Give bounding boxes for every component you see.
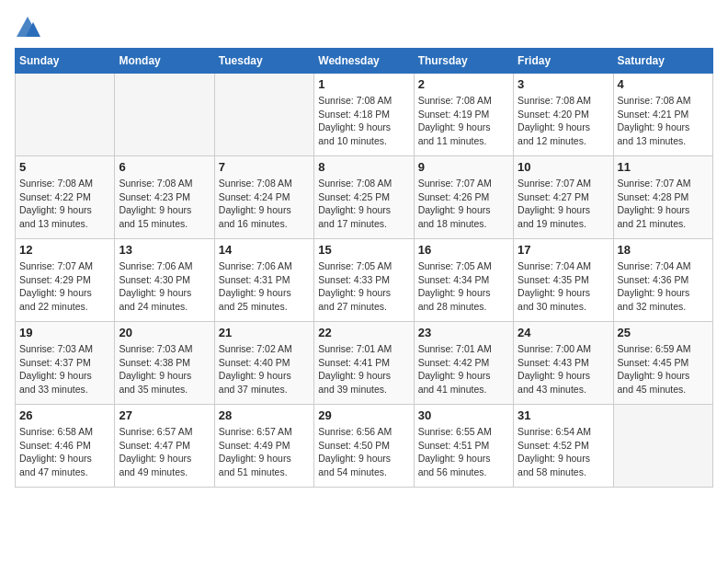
day-number: 13 [119,243,210,257]
calendar-cell: 8Sunrise: 7:08 AM Sunset: 4:25 PM Daylig… [314,156,414,239]
calendar-cell: 7Sunrise: 7:08 AM Sunset: 4:24 PM Daylig… [214,156,313,239]
day-info: Sunrise: 7:05 AM Sunset: 4:34 PM Dayligh… [418,259,509,314]
day-number: 9 [418,160,509,174]
calendar-cell: 5Sunrise: 7:08 AM Sunset: 4:22 PM Daylig… [16,156,115,239]
calendar-cell: 27Sunrise: 6:57 AM Sunset: 4:47 PM Dayli… [115,405,214,488]
day-info: Sunrise: 6:59 AM Sunset: 4:45 PM Dayligh… [618,342,709,396]
day-number: 26 [19,408,110,422]
day-info: Sunrise: 6:57 AM Sunset: 4:47 PM Dayligh… [119,425,210,479]
day-info: Sunrise: 7:08 AM Sunset: 4:25 PM Dayligh… [318,177,409,231]
day-number: 11 [618,160,709,174]
day-number: 16 [418,243,509,257]
day-number: 7 [219,160,310,174]
week-row-4: 19Sunrise: 7:03 AM Sunset: 4:37 PM Dayli… [16,322,713,405]
calendar-cell: 13Sunrise: 7:06 AM Sunset: 4:30 PM Dayli… [115,239,214,322]
calendar-cell: 3Sunrise: 7:08 AM Sunset: 4:20 PM Daylig… [514,74,613,156]
day-info: Sunrise: 7:08 AM Sunset: 4:18 PM Dayligh… [318,94,409,148]
day-info: Sunrise: 6:58 AM Sunset: 4:46 PM Dayligh… [19,425,110,479]
calendar-cell [16,74,115,156]
day-info: Sunrise: 7:06 AM Sunset: 4:30 PM Dayligh… [119,259,210,314]
day-number: 30 [418,408,509,422]
day-number: 8 [318,160,409,174]
calendar-cell [214,74,313,156]
calendar-cell: 28Sunrise: 6:57 AM Sunset: 4:49 PM Dayli… [214,405,313,488]
day-number: 18 [618,243,709,257]
calendar-cell: 2Sunrise: 7:08 AM Sunset: 4:19 PM Daylig… [414,74,513,156]
day-number: 15 [318,243,409,257]
day-number: 14 [219,243,310,257]
header [15,15,713,40]
day-header-thursday: Thursday [414,49,513,74]
day-number: 1 [318,77,409,91]
calendar-cell: 15Sunrise: 7:05 AM Sunset: 4:33 PM Dayli… [314,239,414,322]
week-row-2: 5Sunrise: 7:08 AM Sunset: 4:22 PM Daylig… [16,156,713,239]
day-number: 20 [119,326,210,339]
calendar-cell: 29Sunrise: 6:56 AM Sunset: 4:50 PM Dayli… [314,405,414,488]
day-info: Sunrise: 7:07 AM Sunset: 4:27 PM Dayligh… [518,177,609,231]
day-number: 5 [19,160,110,174]
calendar-cell: 21Sunrise: 7:02 AM Sunset: 4:40 PM Dayli… [214,322,313,405]
day-info: Sunrise: 7:07 AM Sunset: 4:26 PM Dayligh… [418,177,509,231]
calendar-cell: 30Sunrise: 6:55 AM Sunset: 4:51 PM Dayli… [414,405,513,488]
day-number: 19 [19,326,110,339]
day-header-wednesday: Wednesday [314,49,414,74]
day-number: 6 [119,160,210,174]
day-number: 23 [418,326,509,339]
day-info: Sunrise: 7:00 AM Sunset: 4:43 PM Dayligh… [518,342,609,396]
week-row-1: 1Sunrise: 7:08 AM Sunset: 4:18 PM Daylig… [16,74,713,156]
day-info: Sunrise: 6:55 AM Sunset: 4:51 PM Dayligh… [418,425,509,479]
calendar-cell [613,405,712,488]
day-number: 29 [318,408,409,422]
day-info: Sunrise: 6:54 AM Sunset: 4:52 PM Dayligh… [518,425,609,479]
calendar-cell: 26Sunrise: 6:58 AM Sunset: 4:46 PM Dayli… [16,405,115,488]
calendar-cell: 25Sunrise: 6:59 AM Sunset: 4:45 PM Dayli… [613,322,712,405]
day-info: Sunrise: 7:08 AM Sunset: 4:19 PM Dayligh… [418,94,509,148]
day-info: Sunrise: 7:08 AM Sunset: 4:20 PM Dayligh… [518,94,609,148]
day-number: 4 [618,77,709,91]
calendar-cell: 18Sunrise: 7:04 AM Sunset: 4:36 PM Dayli… [613,239,712,322]
day-header-monday: Monday [115,49,214,74]
calendar-cell: 22Sunrise: 7:01 AM Sunset: 4:41 PM Dayli… [314,322,414,405]
calendar-cell: 19Sunrise: 7:03 AM Sunset: 4:37 PM Dayli… [16,322,115,405]
week-row-5: 26Sunrise: 6:58 AM Sunset: 4:46 PM Dayli… [16,405,713,488]
day-number: 21 [219,326,310,339]
calendar-cell: 12Sunrise: 7:07 AM Sunset: 4:29 PM Dayli… [16,239,115,322]
day-header-saturday: Saturday [613,49,712,74]
day-info: Sunrise: 7:05 AM Sunset: 4:33 PM Dayligh… [318,259,409,314]
day-number: 28 [219,408,310,422]
day-number: 24 [518,326,609,339]
calendar-cell: 20Sunrise: 7:03 AM Sunset: 4:38 PM Dayli… [115,322,214,405]
day-number: 17 [518,243,609,257]
calendar-cell: 14Sunrise: 7:06 AM Sunset: 4:31 PM Dayli… [214,239,313,322]
logo-icon [15,15,40,40]
day-number: 27 [119,408,210,422]
day-info: Sunrise: 7:01 AM Sunset: 4:41 PM Dayligh… [318,342,409,396]
day-header-friday: Friday [514,49,613,74]
day-info: Sunrise: 7:06 AM Sunset: 4:31 PM Dayligh… [219,259,310,314]
day-info: Sunrise: 7:02 AM Sunset: 4:40 PM Dayligh… [219,342,310,396]
day-header-sunday: Sunday [16,49,115,74]
day-info: Sunrise: 7:03 AM Sunset: 4:38 PM Dayligh… [119,342,210,396]
day-info: Sunrise: 6:56 AM Sunset: 4:50 PM Dayligh… [318,425,409,479]
day-number: 3 [518,77,609,91]
calendar-cell [115,74,214,156]
calendar-cell: 10Sunrise: 7:07 AM Sunset: 4:27 PM Dayli… [514,156,613,239]
day-number: 12 [19,243,110,257]
day-info: Sunrise: 7:08 AM Sunset: 4:21 PM Dayligh… [618,94,709,148]
day-info: Sunrise: 7:01 AM Sunset: 4:42 PM Dayligh… [418,342,509,396]
day-info: Sunrise: 6:57 AM Sunset: 4:49 PM Dayligh… [219,425,310,479]
day-header-tuesday: Tuesday [214,49,313,74]
calendar-cell: 31Sunrise: 6:54 AM Sunset: 4:52 PM Dayli… [514,405,613,488]
day-info: Sunrise: 7:08 AM Sunset: 4:24 PM Dayligh… [219,177,310,231]
calendar-cell: 9Sunrise: 7:07 AM Sunset: 4:26 PM Daylig… [414,156,513,239]
logo [15,15,44,40]
day-info: Sunrise: 7:08 AM Sunset: 4:22 PM Dayligh… [19,177,110,231]
calendar-cell: 23Sunrise: 7:01 AM Sunset: 4:42 PM Dayli… [414,322,513,405]
calendar-cell: 1Sunrise: 7:08 AM Sunset: 4:18 PM Daylig… [314,74,414,156]
calendar-cell: 6Sunrise: 7:08 AM Sunset: 4:23 PM Daylig… [115,156,214,239]
day-info: Sunrise: 7:07 AM Sunset: 4:28 PM Dayligh… [618,177,709,231]
calendar-cell: 16Sunrise: 7:05 AM Sunset: 4:34 PM Dayli… [414,239,513,322]
day-info: Sunrise: 7:08 AM Sunset: 4:23 PM Dayligh… [119,177,210,231]
day-info: Sunrise: 7:04 AM Sunset: 4:36 PM Dayligh… [618,259,709,314]
day-number: 25 [618,326,709,339]
